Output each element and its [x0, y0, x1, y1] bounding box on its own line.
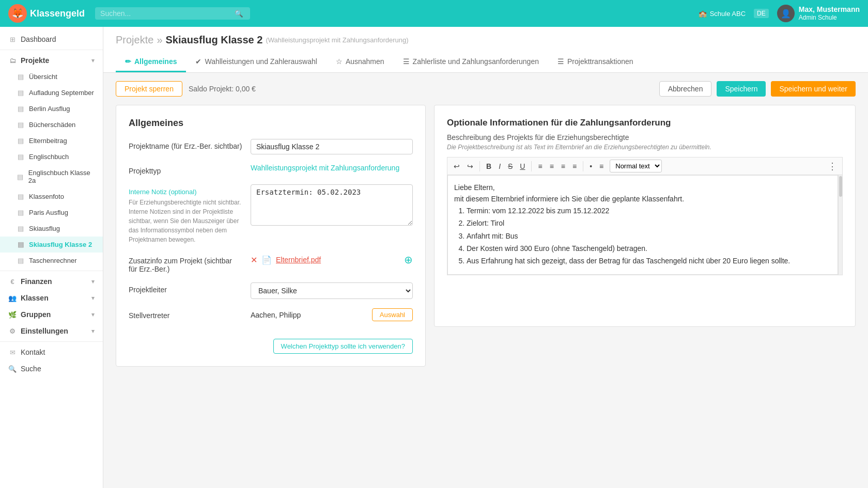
breadcrumb: Projekte » Skiausflug Klasse 2 (Wahlleis… — [116, 34, 856, 46]
stellvertreter-wrapper: Aachen, Philipp Auswahl — [251, 308, 413, 321]
projektname-input[interactable] — [251, 139, 413, 154]
klassen-chevron-icon: ▾ — [91, 295, 95, 302]
list-item-5: Aus Erfahrung hat sich gezeigt, dass der… — [467, 255, 831, 266]
sidebar-label-elternbeitrag: Elternbeitrag — [29, 137, 67, 145]
sidebar-item-aufladung[interactable]: ▤ Aufladung September — [0, 85, 103, 101]
tab-allgemeines-icon: ✏ — [125, 57, 131, 66]
sidebar-item-skiausflug2[interactable]: ▤ Skiausflug Klasse 2 — [0, 237, 103, 253]
sidebar-label-bucherschaden: Bücherschäden — [29, 121, 75, 129]
align-right-button[interactable]: ≡ — [558, 160, 568, 172]
italic-button[interactable]: I — [495, 160, 504, 172]
sidebar-item-klassenfoto[interactable]: ▤ Klassenfoto — [0, 188, 103, 204]
form-row-stellvertreter: Stellvertreter Aachen, Philipp Auswahl — [129, 308, 413, 321]
sidebar-item-berlin[interactable]: ▤ Berlin Ausflug — [0, 101, 103, 117]
underline-button[interactable]: U — [517, 160, 528, 172]
language-badge[interactable]: DE — [754, 9, 769, 18]
app-logo[interactable]: 🦊 Klassengeld — [8, 4, 85, 23]
sidebar-item-suche[interactable]: 🔍 Suche — [0, 360, 103, 375]
strikethrough-button[interactable]: S — [505, 160, 516, 172]
saldo-text: Saldo Projekt: 0,00 € — [189, 85, 256, 93]
tab-allgemeines[interactable]: ✏ Allgemeines — [116, 52, 186, 72]
chevron-down-icon: ▾ — [91, 57, 95, 64]
sidebar-category-finanzen[interactable]: € Finanzen ▾ — [0, 273, 103, 290]
editor-scroll-area[interactable]: Liebe Eltern, mit diesem Elternbrief inf… — [447, 175, 839, 275]
ordered-list-button[interactable]: • — [586, 160, 595, 172]
school-info: 🏫 Schule ABC — [699, 10, 746, 18]
sidebar-item-paris[interactable]: ▤ Paris Ausflug — [0, 204, 103, 221]
sidebar: ⊞ Dashboard 🗂 Projekte ▾ ▤ Übersicht ▤ A… — [0, 27, 103, 375]
list-item-1: Termin: vom 12.12.2022 bis zum 15.12.202… — [467, 205, 831, 216]
sidebar-item-dashboard[interactable]: ⊞ Dashboard — [0, 31, 103, 48]
form-row-projekttyp: Projekttyp Wahlleistungsprojekt mit Zahl… — [129, 164, 413, 175]
scrollbar-thumb — [839, 176, 842, 197]
form-row-projektname: Projektname (für Erz.-Ber. sichtbar) — [129, 139, 413, 154]
search-input[interactable] — [100, 9, 235, 18]
sidebar-category-gruppen[interactable]: 🌿 Gruppen ▾ — [0, 306, 103, 323]
kontakt-icon: ✉ — [8, 349, 17, 356]
editor-subdesc: Die Projektbeschreibung ist als Text im … — [447, 144, 843, 151]
help-button[interactable]: Welchen Projekttyp sollte ich verwenden? — [273, 339, 413, 354]
sidebar-item-englischbuch2a[interactable]: ▤ Englischbuch Klasse 2a — [0, 165, 103, 188]
user-info[interactable]: 👤 Max, Mustermann Admin Schule — [777, 5, 860, 22]
einstellungen-icon: ⚙ — [8, 327, 17, 335]
file-row: ✕ 📄 Elternbrief.pdf ⊕ — [251, 254, 413, 266]
left-panel: Allgemeines Projektname (für Erz.-Ber. s… — [116, 105, 426, 367]
file-name-link[interactable]: Elternbrief.pdf — [276, 256, 321, 264]
search-icon[interactable]: 🔍 — [235, 10, 243, 18]
sidebar-label-dashboard: Dashboard — [21, 35, 56, 43]
notiz-textarea[interactable] — [251, 184, 413, 226]
tab-wahlleistungen[interactable]: ✔ Wahlleistungen und Zahlerauswahl — [186, 52, 326, 72]
sidebar-item-skiausflug[interactable]: ▤ Skiausflug — [0, 221, 103, 237]
sidebar-label-aufladung: Aufladung September — [29, 89, 94, 97]
sidebar-item-englischbuch[interactable]: ▤ Englischbuch — [0, 149, 103, 165]
sidebar-item-kontakt[interactable]: ✉ Kontakt — [0, 344, 103, 360]
bold-button[interactable]: B — [483, 160, 494, 172]
unordered-list-button[interactable]: ≡ — [596, 160, 607, 172]
projekte-icon: 🗂 — [8, 57, 17, 65]
tab-projekttransaktionen[interactable]: ☰ Projekttransaktionen — [548, 52, 643, 72]
redo-button[interactable]: ↪ — [464, 160, 476, 172]
sperren-button[interactable]: Projekt sperren — [116, 81, 182, 97]
more-options-button[interactable]: ⋮ — [826, 161, 839, 172]
tab-allgemeines-label: Allgemeines — [134, 57, 177, 66]
search-bar[interactable]: 🔍 — [95, 7, 250, 20]
tab-zahlerliste[interactable]: ☰ Zahlerliste und Zahlungsanforderungen — [394, 52, 548, 72]
editor-list: Termin: vom 12.12.2022 bis zum 15.12.202… — [467, 205, 831, 267]
sidebar-divider-2 — [0, 271, 103, 271]
sidebar-item-ubersicht[interactable]: ▤ Übersicht — [0, 69, 103, 85]
undo-button[interactable]: ↩ — [451, 160, 463, 172]
skiausflug2-icon: ▤ — [17, 241, 25, 248]
breadcrumb-parent[interactable]: Projekte — [116, 34, 153, 46]
editor-scrollbar[interactable] — [839, 175, 843, 275]
sidebar-label-finanzen: Finanzen — [21, 277, 52, 286]
sidebar-category-klassen[interactable]: 👥 Klassen ▾ — [0, 290, 103, 306]
sidebar-item-taschenrechner[interactable]: ▤ Taschenrechner — [0, 253, 103, 269]
justify-button[interactable]: ≡ — [569, 160, 580, 172]
align-left-button[interactable]: ≡ — [535, 160, 545, 172]
abbrechen-button[interactable]: Abbrechen — [659, 81, 712, 97]
finanzen-chevron-icon: ▾ — [91, 278, 95, 285]
align-center-button[interactable]: ≡ — [547, 160, 557, 172]
projektname-label: Projektname (für Erz.-Ber. sichtbar) — [129, 139, 242, 150]
text-style-dropdown[interactable]: Normal text — [610, 160, 662, 172]
sidebar-category-projekte[interactable]: 🗂 Projekte ▾ — [0, 52, 103, 69]
file-remove-button[interactable]: ✕ — [251, 255, 257, 265]
auswahl-button[interactable]: Auswahl — [372, 308, 413, 321]
projektleiter-select[interactable]: Bauer, Silke — [251, 282, 413, 299]
list-item-4: Der Kosten wird 300 Euro (ohne Taschenge… — [467, 243, 831, 254]
form-row-zusatzinfo: Zusatzinfo zum Projekt (sichtbar für Erz… — [129, 254, 413, 273]
projekttyp-label: Projekttyp — [129, 164, 242, 175]
sidebar-category-einstellungen[interactable]: ⚙ Einstellungen ▾ — [0, 323, 103, 339]
tab-ausnahmen[interactable]: ☆ Ausnahmen — [327, 52, 394, 72]
right-panel: Optionale Informationen für die Zahlungs… — [434, 105, 856, 327]
sidebar-item-elternbeitrag[interactable]: ▤ Elternbeitrag — [0, 133, 103, 149]
sidebar-label-klassenfoto: Klassenfoto — [29, 193, 64, 200]
speichern-weiter-button[interactable]: Speichern und weiter — [771, 81, 856, 97]
speichern-button[interactable]: Speichern — [717, 81, 766, 97]
einstellungen-chevron-icon: ▾ — [91, 328, 95, 335]
sidebar-item-bucherschaden[interactable]: ▤ Bücherschäden — [0, 117, 103, 133]
editor-content[interactable]: Liebe Eltern, mit diesem Elternbrief inf… — [447, 175, 838, 275]
sidebar-label-ubersicht: Übersicht — [29, 73, 57, 81]
berlin-icon: ▤ — [17, 105, 25, 113]
file-add-button[interactable]: ⊕ — [404, 254, 413, 266]
